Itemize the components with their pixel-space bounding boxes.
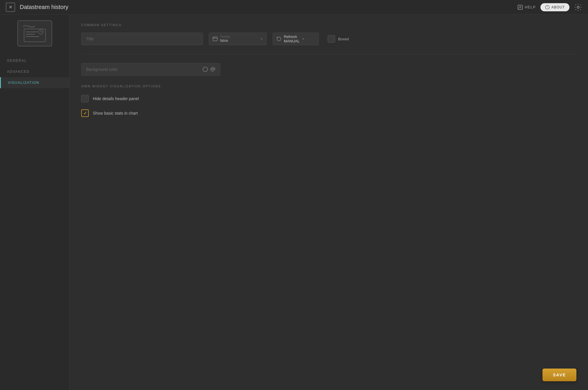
common-settings-label: COMMON SETTINGS xyxy=(81,23,576,27)
title-placeholder: Title xyxy=(86,37,94,41)
widget-preview xyxy=(17,20,52,46)
boxed-field: Boxed xyxy=(328,35,349,43)
refresh-dropdown[interactable]: Refresh MANUAL ▼ xyxy=(273,32,319,45)
sidebar-item-visualization[interactable]: VISUALIZATION xyxy=(0,77,69,88)
bg-color-label: Background color xyxy=(86,67,118,72)
svg-rect-8 xyxy=(213,37,217,41)
color-picker-icon xyxy=(210,67,215,72)
refresh-value: MANUAL xyxy=(284,39,300,43)
settings-icon[interactable] xyxy=(574,3,582,11)
boxed-checkbox[interactable] xyxy=(328,35,335,43)
svg-point-2 xyxy=(577,6,579,8)
sidebar-item-general[interactable]: GENERAL xyxy=(0,55,69,66)
svg-point-14 xyxy=(214,69,214,70)
show-basic-stats-checkbox[interactable] xyxy=(81,109,89,117)
main-layout: GENERAL ADVANCED VISUALIZATION COMMON SE… xyxy=(0,15,588,390)
own-widget-label: OWN WIDGET VISUALIZATION OPTIONS xyxy=(81,84,576,88)
refresh-arrow: ▼ xyxy=(302,37,305,41)
toolbar-content: Toolbar false xyxy=(220,35,258,43)
close-button[interactable]: ✕ xyxy=(6,3,15,12)
top-header: ✕ Datastream history HELP ABOUT xyxy=(0,0,588,15)
divider xyxy=(81,54,576,54)
hide-details-label: Hide details header panel xyxy=(93,96,139,101)
header-right: HELP ABOUT xyxy=(517,3,582,11)
sidebar: GENERAL ADVANCED VISUALIZATION xyxy=(0,15,70,390)
boxed-label: Boxed xyxy=(338,37,349,41)
about-button[interactable]: ABOUT xyxy=(540,3,569,11)
show-basic-stats-row: Show basic stats in chart xyxy=(81,109,576,117)
svg-point-11 xyxy=(211,69,212,70)
page-title: Datastream history xyxy=(20,4,517,10)
toolbar-dropdown[interactable]: Toolbar false ▼ xyxy=(209,32,267,45)
bg-color-icons xyxy=(203,67,215,72)
help-button[interactable]: HELP xyxy=(517,4,536,10)
common-settings-row: Title Toolbar false ▼ xyxy=(81,32,576,45)
show-basic-stats-label: Show basic stats in chart xyxy=(93,111,138,115)
color-circle-icon xyxy=(203,67,208,72)
title-field[interactable]: Title xyxy=(81,32,203,45)
background-color-field[interactable]: Background color xyxy=(81,63,220,76)
nav-items: GENERAL ADVANCED VISUALIZATION xyxy=(0,55,69,88)
save-button[interactable]: SAVE xyxy=(542,369,576,381)
hide-details-row: Hide details header panel xyxy=(81,95,576,102)
save-btn-container: SAVE xyxy=(542,369,576,381)
svg-point-12 xyxy=(212,68,213,69)
hide-details-checkbox[interactable] xyxy=(81,95,89,102)
help-label: HELP xyxy=(525,5,536,9)
help-icon xyxy=(517,4,523,10)
svg-rect-3 xyxy=(24,29,46,42)
info-icon xyxy=(545,5,550,10)
toolbar-arrow: ▼ xyxy=(260,37,263,41)
refresh-label: Refresh xyxy=(284,35,300,39)
content-area: COMMON SETTINGS Title Toolbar false ▼ xyxy=(70,15,588,390)
toolbar-label: Toolbar xyxy=(220,35,258,38)
svg-point-13 xyxy=(213,68,213,69)
sidebar-item-advanced[interactable]: ADVANCED xyxy=(0,66,69,77)
toolbar-value: false xyxy=(220,38,258,43)
about-label: ABOUT xyxy=(551,5,565,9)
refresh-content: Refresh MANUAL xyxy=(284,35,300,43)
toolbar-icon xyxy=(213,36,218,41)
refresh-icon xyxy=(276,36,282,41)
